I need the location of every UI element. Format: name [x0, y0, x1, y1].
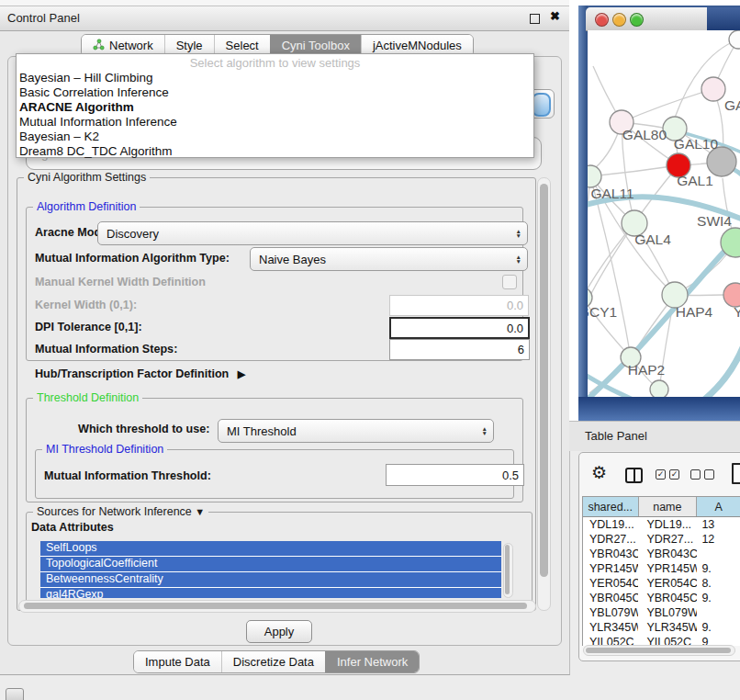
algorithm-option-aracne-algorithm[interactable]: ARACNE Algorithm — [17, 100, 533, 115]
tab-discretize-data[interactable]: Discretize Data — [221, 651, 325, 672]
algorithm-option-mutual-information-inference[interactable]: Mutual Information Inference — [17, 115, 533, 130]
table-row[interactable]: YDL19...YDL19...13 — [583, 517, 740, 532]
application-window: Control Panel ✖ NetworkStyleSelectCyni T… — [0, 0, 740, 700]
expanded-arrow-icon[interactable]: ▼ — [195, 506, 205, 517]
table-cell: 9. — [697, 591, 740, 605]
window-shadow-corner — [707, 7, 740, 33]
network-node-gal[interactable] — [701, 77, 725, 101]
mi-steps-label: Mutual Information Steps: — [35, 343, 177, 356]
table-row[interactable]: YPR145WYPR145W9. — [583, 561, 740, 576]
group-title: Algorithm Definition — [33, 200, 140, 213]
unchecked-box-icon — [690, 469, 701, 480]
aracne-mode-combobox[interactable]: Discovery ▲▼ — [97, 221, 528, 245]
tab-label: jActiveMNodules — [373, 39, 462, 52]
table-cell: YDR27... — [638, 532, 697, 547]
mi-threshold-field[interactable]: 0.5 — [386, 464, 524, 486]
settings-horizontal-scrollbar[interactable] — [18, 600, 536, 613]
control-panel-titlebar: Control Panel ✖ — [0, 6, 569, 31]
network-icon — [93, 39, 105, 53]
node-label: GCY1 — [588, 304, 617, 320]
export-table-icon[interactable] — [732, 463, 740, 484]
algorithm-option-dream8-dc-tdc-algorithm[interactable]: Dream8 DC_TDC Algorithm — [17, 144, 533, 159]
attribute-item-betweennesscentrality[interactable]: BetweennessCentrality — [40, 572, 501, 587]
minimized-panel-icon[interactable] — [6, 688, 24, 700]
data-attributes-list[interactable]: SelfLoopsTopologicalCoefficientBetweenne… — [40, 541, 501, 598]
group-title: Sources for Network Inference ▼ — [33, 505, 208, 518]
data-attributes-label: Data Attributes — [31, 521, 114, 534]
combobox-arrows-icon: ▲▼ — [516, 229, 521, 238]
settings-vertical-scrollbar[interactable] — [537, 177, 551, 611]
deselect-all-columns-icon[interactable] — [690, 469, 714, 480]
tab-impute-data[interactable]: Impute Data — [134, 651, 221, 672]
which-threshold-combobox[interactable]: MI Threshold ▲▼ — [218, 419, 494, 443]
algorithm-option-bayesian-k2[interactable]: Bayesian – K2 — [17, 130, 533, 144]
scrollbar-thumb[interactable] — [586, 648, 731, 653]
gear-icon[interactable]: ⚙ — [591, 464, 607, 481]
column-header-shared-[interactable]: shared... — [583, 497, 639, 516]
network-node[interactable] — [650, 380, 668, 397]
table-cell: 12 — [697, 532, 740, 547]
column-layout-icon[interactable] — [625, 468, 643, 483]
table-cell: YDR27... — [583, 532, 638, 547]
which-threshold-label: Which threshold to use: — [78, 423, 209, 435]
zoom-traffic-light[interactable] — [630, 13, 644, 27]
hub-definition-label: Hub/Transcription Factor Definition — [35, 367, 229, 380]
close-traffic-light[interactable] — [595, 13, 609, 27]
table-row[interactable]: YBL079WYBL079W — [583, 605, 740, 620]
kernel-width-field[interactable]: 0.0 — [389, 295, 529, 316]
network-icon — [93, 39, 105, 51]
table-cell: 9. — [697, 620, 740, 635]
table-header-row: shared...nameA — [583, 497, 740, 517]
table-panel-title: Table Panel — [585, 429, 647, 443]
network-node[interactable] — [729, 30, 740, 49]
network-node-gal11[interactable] — [588, 165, 601, 187]
table-cell: YBR043C — [583, 547, 638, 561]
minimize-traffic-light[interactable] — [612, 13, 626, 27]
table-row[interactable]: YBR043CYBR043C — [583, 547, 740, 561]
checked-box-icon: ✓ — [669, 469, 679, 480]
table-cell — [697, 605, 740, 620]
table-row[interactable]: YER054CYER054C8. — [583, 576, 740, 591]
table-cell: YBL079W — [583, 605, 638, 620]
collapsed-arrow-icon[interactable]: ▶ — [238, 368, 245, 379]
kernel-width-label: Kernel Width (0,1): — [35, 299, 137, 311]
select-all-columns-icon[interactable]: ✓ ✓ — [656, 469, 679, 480]
network-view-canvas[interactable]: GALGAL80GAL10GAL1GAL11SWI4GAL4GCY1HAP4YH… — [588, 30, 740, 397]
scrollbar-thumb[interactable] — [24, 603, 527, 609]
manual-kernel-label: Manual Kernel Width Definition — [35, 276, 206, 288]
mi-steps-field[interactable]: 6 — [389, 339, 530, 360]
field-value: 6 — [518, 343, 524, 356]
table-row[interactable]: YLR345WYLR345W9. — [583, 620, 740, 635]
tab-infer-network[interactable]: Infer Network — [325, 651, 419, 672]
algorithm-option-basic-correlation-inference[interactable]: Basic Correlation Inference — [17, 85, 533, 100]
table-cell: YBR045C — [583, 591, 638, 605]
attribute-item-gal4rgexp[interactable]: gal4RGexp — [40, 588, 501, 598]
table-cell: YLR345W — [583, 620, 638, 635]
group-title: MI Threshold Definition — [42, 443, 167, 456]
mi-type-combobox[interactable]: Naive Bayes ▲▼ — [250, 247, 528, 271]
field-value: 0.5 — [502, 469, 519, 482]
close-icon[interactable]: ✖ — [550, 9, 560, 23]
mi-type-label: Mutual Information Algorithm Type: — [35, 252, 230, 265]
node-label: GAL11 — [590, 186, 633, 201]
hub-definition-toggle[interactable]: Hub/Transcription Factor Definition ▶ — [35, 367, 245, 380]
combobox-arrow-button[interactable] — [532, 93, 551, 117]
table-row[interactable]: YDR27...YDR27...12 — [583, 532, 740, 547]
float-window-icon[interactable] — [530, 14, 540, 24]
attribute-item-selfloops[interactable]: SelfLoops — [40, 541, 501, 556]
attribute-list-scrollbar[interactable] — [503, 543, 513, 598]
table-cell: YBL079W — [638, 605, 697, 620]
table-row[interactable]: YBR045CYBR045C9. — [583, 591, 740, 605]
table-cell: YBR045C — [638, 591, 697, 605]
apply-button[interactable]: Apply — [246, 620, 312, 643]
scrollbar-thumb[interactable] — [505, 545, 510, 594]
combobox-arrows-icon: ▲▼ — [516, 254, 521, 264]
attribute-item-topologicalcoefficient[interactable]: TopologicalCoefficient — [40, 557, 501, 571]
dpi-tolerance-field[interactable]: 0.0 — [389, 317, 530, 339]
manual-kernel-checkbox[interactable] — [502, 275, 517, 289]
column-header-name[interactable]: name — [639, 497, 698, 516]
column-header-a[interactable]: A — [697, 497, 740, 516]
scrollbar-thumb[interactable] — [540, 184, 548, 577]
algorithm-option-bayesian-hill-climbing[interactable]: Bayesian – Hill Climbing — [17, 71, 533, 85]
table-horizontal-scrollbar[interactable] — [583, 645, 735, 656]
